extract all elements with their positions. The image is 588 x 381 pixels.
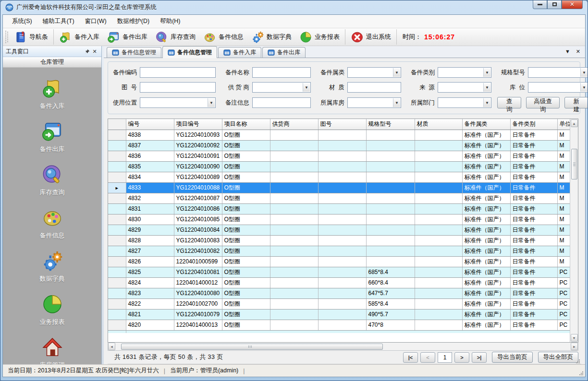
table-row[interactable]: ► 4828 YG12204010083 O型圈	[108, 235, 578, 246]
row-selector[interactable]: ►	[108, 288, 126, 298]
document-tab[interactable]: 备件信息管理	[162, 46, 217, 58]
document-tab[interactable]: 备件入库	[218, 47, 261, 58]
table-row[interactable]: ► 4833 YG12204010088 O型圈	[108, 182, 578, 193]
warehouse-group-caption[interactable]: 仓库管理	[3, 57, 101, 68]
document-tab[interactable]: 备件出库	[262, 47, 306, 58]
field-control[interactable]: ▼	[528, 82, 588, 93]
table-row[interactable]: ► 4824 1220401400012 O型圈 660*8.4	[108, 277, 578, 288]
first-page-button[interactable]: |<	[403, 352, 418, 363]
table-row[interactable]: ► 4832 YG12204010087 O型圈	[108, 193, 578, 203]
sidebar-item[interactable]: 备件信息	[3, 207, 101, 240]
field-control[interactable]: ▼	[140, 97, 216, 108]
table-row[interactable]: ► 4826 1220401000599 O型圈	[108, 256, 578, 267]
export-current-page-button[interactable]: 导出当前页	[492, 352, 533, 363]
toolbar-button[interactable]: 备件入库	[53, 29, 103, 45]
field-control[interactable]: ▼	[347, 67, 401, 78]
sidebar-item[interactable]: 库存查询	[3, 164, 101, 197]
field-control[interactable]: ▼	[140, 67, 216, 78]
vertical-scrollbar[interactable]: ▲ ▼	[570, 119, 578, 342]
table-row[interactable]: ► 4829 YG12204010084 O型圈	[108, 225, 578, 235]
field-control[interactable]: ▼	[438, 97, 491, 108]
menu-item[interactable]: 帮助(H)	[155, 15, 185, 28]
column-header[interactable]: 规格型号	[366, 119, 415, 130]
row-selector[interactable]: ►	[108, 225, 126, 235]
horizontal-scroll-thumb[interactable]	[121, 344, 383, 350]
table-row[interactable]: ► 4822 1220401002700 O型圈 585*8.4	[108, 298, 578, 309]
table-row[interactable]: ► 4837 YG12204010092 O型圈	[108, 140, 578, 151]
sidebar-item[interactable]: 备件出库	[3, 120, 101, 154]
toolbar-button[interactable]: 退出系统	[345, 29, 395, 45]
row-selector[interactable]: ►	[108, 203, 126, 214]
row-selector-header[interactable]	[108, 119, 126, 130]
table-row[interactable]: ► 4825 YG12204010081 O型圈 685*8.4	[108, 267, 578, 277]
row-selector[interactable]: ►	[108, 309, 126, 320]
next-page-button[interactable]: >	[454, 352, 469, 363]
new-button[interactable]: 新建	[564, 97, 588, 108]
table-row[interactable]: ► 4838 YG12204010093 O型圈	[108, 130, 578, 140]
toolbar-button[interactable]: 库存查询	[151, 29, 199, 45]
sidebar-item[interactable]: 库房管理	[3, 336, 101, 364]
field-control[interactable]: ▼	[252, 67, 311, 78]
row-selector[interactable]: ►	[108, 172, 126, 182]
column-header[interactable]: 供货商	[270, 119, 318, 130]
tab-list-chevron-down-icon[interactable]: ▼	[565, 48, 570, 55]
toolbar-button[interactable]: 备件信息	[199, 29, 247, 45]
table-row[interactable]: ► 4830 YG12204010085 O型圈	[108, 214, 578, 225]
scroll-left-icon[interactable]: ◄	[108, 343, 115, 350]
toolbar-grip[interactable]	[5, 31, 9, 43]
row-selector[interactable]: ►	[108, 161, 126, 172]
maximize-button[interactable]	[547, 0, 562, 9]
toolbar-button[interactable]: 业务报表	[295, 29, 343, 45]
row-selector[interactable]: ►	[108, 130, 126, 140]
title-bar[interactable]: 广州爱奇迪软件科技有限公司-深田之星仓库管理系统 ✕	[2, 0, 586, 14]
table-row[interactable]: ► 4821 YG12204010079 O型圈 490*5.7	[108, 309, 578, 320]
prev-page-button[interactable]: <	[420, 352, 435, 363]
export-all-pages-button[interactable]: 导出全部页	[538, 352, 579, 363]
field-control[interactable]: ▼	[252, 97, 311, 108]
row-selector[interactable]: ►	[108, 320, 126, 330]
pin-icon[interactable]	[83, 48, 91, 55]
table-row[interactable]: ► 4827 YG12204010082 O型圈	[108, 246, 578, 256]
document-tab[interactable]: 备件信息管理	[107, 47, 161, 58]
field-control[interactable]: ▼	[140, 82, 216, 93]
column-header[interactable]: 材质	[415, 119, 462, 130]
menu-item[interactable]: 窗口(W)	[80, 15, 112, 28]
table-row[interactable]: ► 4831 YG12204010086 O型圈	[108, 203, 578, 214]
table-row[interactable]: ► 4836 YG12204010091 O型圈	[108, 151, 578, 161]
toolbar-button[interactable]: 导航条	[10, 29, 52, 45]
column-header[interactable]: 图号	[318, 119, 366, 130]
table-row[interactable]: ► 4834 YG12204010089 O型圈	[108, 172, 578, 182]
menu-item[interactable]: 系统(S)	[7, 15, 37, 28]
column-header[interactable]: 编号	[126, 119, 174, 130]
column-header[interactable]: 备件类别	[510, 119, 557, 130]
close-panel-icon[interactable]: ✕	[91, 48, 98, 55]
field-control[interactable]: ▼	[528, 67, 588, 78]
row-selector[interactable]: ►	[108, 214, 126, 225]
toolbar-button[interactable]: 备件出库	[103, 29, 151, 45]
field-control[interactable]: ▼	[438, 67, 491, 78]
row-selector[interactable]: ►	[108, 193, 126, 203]
row-selector[interactable]: ►	[108, 182, 126, 193]
page-number-input[interactable]	[438, 352, 452, 363]
sidebar-item[interactable]: 数据字典	[3, 250, 101, 283]
field-control[interactable]: ▼	[347, 97, 401, 108]
tab-close-icon[interactable]: ✕	[576, 48, 580, 55]
horizontal-scrollbar[interactable]: ◄ ►	[108, 343, 578, 351]
column-header[interactable]: 备件属类	[462, 119, 510, 130]
sidebar-item[interactable]: 业务报表	[3, 293, 101, 326]
scroll-right-icon[interactable]: ►	[571, 343, 578, 350]
field-control[interactable]: ▼	[252, 82, 311, 93]
query-button[interactable]: 查询	[497, 97, 521, 108]
sidebar-item[interactable]: 备件入库	[3, 77, 101, 110]
row-selector[interactable]: ►	[108, 256, 126, 267]
row-selector[interactable]: ►	[108, 277, 126, 288]
minimize-button[interactable]	[533, 0, 547, 9]
table-row[interactable]: ► 4820 1220401400013 O型圈 470*8	[108, 320, 578, 330]
column-header[interactable]: 项目名称	[222, 119, 270, 130]
advanced-query-button[interactable]: 高级查询	[526, 97, 560, 108]
row-selector[interactable]: ►	[108, 151, 126, 161]
menu-item[interactable]: 辅助工具(T)	[37, 15, 80, 28]
field-control[interactable]: ▼	[438, 82, 491, 93]
row-selector[interactable]: ►	[108, 140, 126, 151]
row-selector[interactable]: ►	[108, 267, 126, 277]
